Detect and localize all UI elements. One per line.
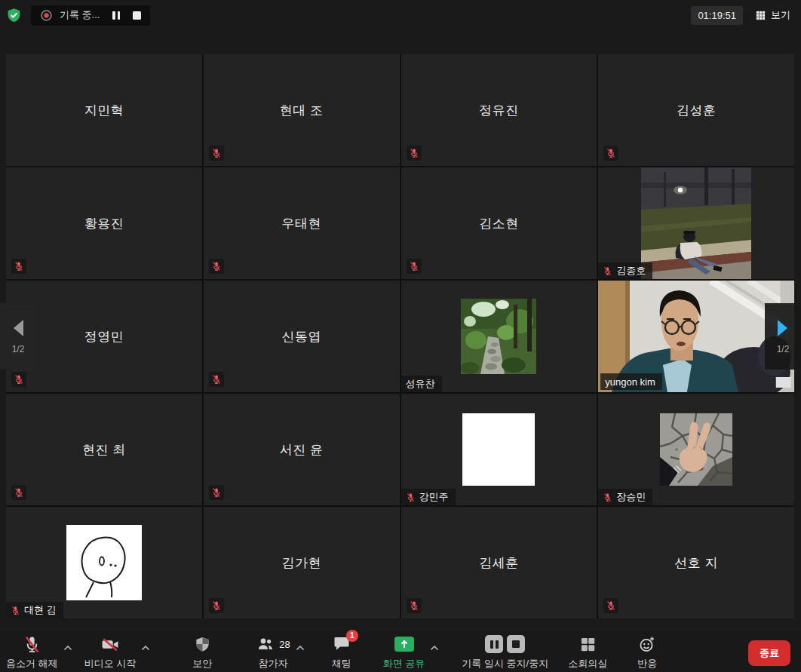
view-button[interactable]: 보기 — [755, 8, 790, 22]
chevron-up-icon — [296, 645, 305, 651]
muted-mic-icon — [209, 259, 224, 274]
participant-tile[interactable]: 김종호 — [598, 167, 794, 279]
muted-mic-icon — [603, 492, 612, 502]
participant-name: 대현 김 — [24, 603, 57, 617]
recording-status-label: 기록 중... — [60, 8, 100, 22]
page-indicator: 1/2 — [12, 344, 25, 354]
participant-tile[interactable]: 강민주 — [401, 394, 597, 505]
gallery-grid-icon — [755, 10, 766, 21]
participant-grid: 지민혁 현대 조 정유진 김성훈 황용진 우태현 — [6, 54, 794, 618]
next-page-button[interactable]: 1/2 — [765, 303, 801, 370]
participant-tile[interactable]: 서진 윤 — [204, 394, 400, 505]
share-options-chevron[interactable] — [430, 642, 439, 653]
chat-button[interactable]: 1 채팅 — [332, 634, 351, 670]
participant-tile[interactable]: 대현 김 — [6, 507, 202, 618]
recording-indicator: 기록 중... — [31, 5, 150, 26]
breakout-rooms-button[interactable]: 소회의실 — [568, 634, 607, 670]
participant-name-label: yungon kim — [600, 373, 661, 390]
pause-icon — [112, 11, 120, 20]
record-dot-icon — [40, 9, 53, 22]
participant-tile[interactable]: 정유진 — [401, 54, 597, 166]
participant-name: 신동엽 — [204, 281, 400, 392]
top-bar: 기록 중... 01:19:51 보기 — [0, 0, 801, 30]
start-video-button[interactable]: 비디오 시작 — [84, 634, 137, 670]
muted-mic-icon — [11, 606, 20, 615]
participant-tile[interactable]: 김성훈 — [598, 54, 794, 166]
participants-icon — [256, 635, 275, 653]
video-options-chevron[interactable] — [141, 642, 150, 653]
prev-page-button[interactable]: 1/2 — [0, 303, 36, 370]
participant-tile[interactable]: 성유찬 — [401, 281, 597, 392]
participant-tile[interactable]: 지민혁 — [6, 54, 202, 166]
reactions-button[interactable]: 반응 — [637, 634, 657, 670]
end-meeting-button[interactable]: 종료 — [748, 640, 790, 666]
participant-name: yungon kim — [605, 376, 655, 388]
participant-tile[interactable]: 김가현 — [204, 507, 400, 618]
participant-name: 김성훈 — [598, 54, 794, 166]
participant-name: 현대 조 — [204, 54, 400, 166]
recording-pause-button[interactable] — [112, 11, 120, 20]
camera-off-icon — [100, 635, 120, 654]
participant-tile[interactable]: 현진 최 — [6, 394, 202, 505]
start-video-label: 비디오 시작 — [84, 657, 137, 670]
stop-icon — [133, 11, 141, 20]
pause-stop-recording-button[interactable]: 기록 일시 중지/중지 — [462, 634, 548, 670]
security-shield-icon — [194, 636, 211, 653]
muted-mic-icon — [407, 259, 422, 274]
participant-tile[interactable]: 김세훈 — [401, 507, 597, 618]
security-label: 보안 — [192, 657, 212, 670]
audio-options-chevron[interactable] — [63, 642, 72, 653]
participant-name-label: 김종호 — [598, 262, 652, 279]
muted-mic-icon — [209, 598, 224, 613]
view-button-label: 보기 — [771, 8, 790, 22]
meeting-toolbar: 음소거 해제 비디오 시작 보안 28 참가자 — [0, 630, 801, 672]
participant-tile[interactable]: 신동엽 — [204, 281, 400, 392]
chat-unread-badge: 1 — [346, 630, 358, 642]
recording-stop-button[interactable] — [133, 11, 141, 20]
mic-muted-icon — [23, 635, 41, 654]
participant-tile[interactable]: 현대 조 — [204, 54, 400, 166]
muted-mic-icon — [11, 485, 26, 500]
breakout-rooms-label: 소회의실 — [568, 657, 607, 670]
security-button[interactable]: 보안 — [192, 634, 212, 670]
muted-mic-icon — [11, 372, 26, 387]
participant-tile[interactable]: 김소현 — [401, 167, 597, 279]
meeting-timer: 01:19:51 — [691, 6, 743, 25]
participant-tile[interactable]: 우태현 — [204, 167, 400, 279]
chevron-up-icon — [63, 645, 72, 651]
share-screen-label: 화면 공유 — [383, 657, 425, 670]
participant-name-label: 대현 김 — [6, 602, 63, 618]
participant-name: 강민주 — [419, 490, 449, 504]
participant-name: 정유진 — [401, 54, 597, 166]
pause-stop-recording-label: 기록 일시 중지/중지 — [462, 657, 548, 670]
participant-name: 지민혁 — [6, 54, 202, 166]
participant-name: 황용진 — [6, 167, 202, 279]
chevron-left-icon — [12, 319, 24, 337]
meeting-security-shield-icon[interactable] — [6, 7, 22, 24]
shield-check-icon — [6, 7, 22, 24]
participant-name: 현진 최 — [6, 394, 202, 505]
muted-mic-icon — [603, 598, 618, 613]
participant-name-label: 성유찬 — [401, 376, 442, 392]
participants-label: 참가자 — [258, 657, 287, 670]
participant-name: 김세훈 — [401, 507, 597, 618]
participants-button[interactable]: 28 참가자 — [256, 634, 290, 670]
participant-tile[interactable]: 선호 지 — [598, 507, 794, 618]
participant-name: 우태현 — [204, 167, 400, 279]
muted-mic-icon — [406, 492, 416, 502]
participants-options-chevron[interactable] — [296, 642, 305, 653]
chevron-right-icon — [777, 319, 789, 337]
participant-name: 성유찬 — [406, 377, 435, 391]
chat-label: 채팅 — [332, 657, 351, 670]
participants-count: 28 — [279, 639, 290, 650]
participant-name-label: 강민주 — [401, 489, 456, 505]
unmute-button[interactable]: 음소거 해제 — [6, 634, 58, 670]
reactions-smiley-icon — [638, 635, 656, 653]
participant-tile[interactable]: 황용진 — [6, 167, 202, 279]
participant-tile[interactable]: 장승민 — [598, 394, 794, 505]
share-screen-icon — [394, 637, 414, 652]
participant-name: 장승민 — [616, 490, 646, 504]
participant-name: 김소현 — [401, 167, 597, 279]
participant-name: 서진 윤 — [204, 394, 400, 505]
share-screen-button[interactable]: 화면 공유 — [383, 634, 425, 670]
